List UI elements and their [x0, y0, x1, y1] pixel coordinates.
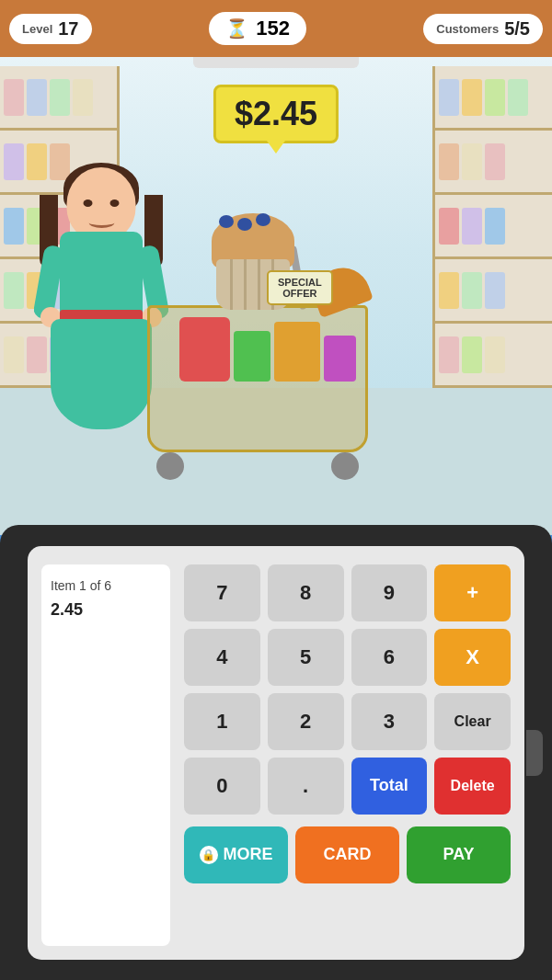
- cart-basket: [147, 305, 368, 452]
- card-button[interactable]: CARD: [295, 826, 399, 883]
- customers-badge: Customers 5/5: [423, 14, 543, 44]
- key-0[interactable]: 0: [184, 758, 260, 815]
- key-total[interactable]: Total: [351, 758, 428, 815]
- register-panel: Item 1 of 6 2.45 7 8 9 + 4 5 6 X: [0, 525, 552, 980]
- char-eye-left: [84, 199, 93, 207]
- register-device: Item 1 of 6 2.45 7 8 9 + 4 5 6 X: [28, 546, 524, 960]
- key-5[interactable]: 5: [268, 629, 344, 686]
- special-offer-sign: SPECIAL OFFER: [267, 270, 333, 305]
- muffin-berry: [256, 213, 270, 226]
- item-price-display: 2.45: [51, 600, 161, 620]
- timer-icon: ⏳: [225, 17, 248, 40]
- key-dot[interactable]: .: [268, 758, 344, 815]
- shelf-row: [435, 66, 552, 131]
- shelf-row: [435, 195, 552, 259]
- char-smile: [88, 217, 114, 228]
- shelf-item: [4, 208, 24, 245]
- pay-label: PAY: [443, 845, 474, 864]
- more-label: MORE: [224, 845, 273, 864]
- shelf-row: [435, 259, 552, 324]
- shelf-row: [435, 324, 552, 388]
- key-4[interactable]: 4: [184, 629, 260, 686]
- shelf-row: [0, 66, 117, 131]
- lock-icon: 🔒: [200, 846, 218, 864]
- shelf-item: [439, 272, 459, 309]
- shelf-item: [27, 79, 47, 116]
- cart-item: [234, 331, 270, 382]
- pay-button[interactable]: PAY: [407, 826, 511, 883]
- shelf-item: [439, 208, 459, 245]
- shelf-item: [439, 79, 459, 116]
- keypad-row-2: 4 5 6 X: [184, 629, 511, 686]
- side-button[interactable]: [526, 730, 543, 776]
- receipt-area: Item 1 of 6 2.45: [41, 564, 170, 946]
- level-badge: Level 17: [9, 14, 92, 44]
- cart-item: [274, 322, 320, 382]
- key-7[interactable]: 7: [184, 564, 260, 621]
- shelf-item: [485, 208, 505, 245]
- shelf-item: [462, 272, 482, 309]
- key-clear[interactable]: Clear: [434, 693, 511, 750]
- price-tag: $2.45: [213, 85, 339, 143]
- shelf-item: [462, 143, 482, 180]
- shelf-item: [462, 208, 482, 245]
- customers-label: Customers: [436, 22, 499, 36]
- muffin-stripe: [258, 259, 260, 310]
- shelf-item: [485, 79, 505, 116]
- level-label: Level: [22, 22, 52, 36]
- shelf-item: [462, 79, 482, 116]
- card-label: CARD: [324, 845, 372, 864]
- char-head: [67, 167, 136, 241]
- shelf-item: [50, 79, 70, 116]
- shelf-item: [508, 79, 528, 116]
- cart-item: [179, 317, 230, 382]
- game-scene: $2.45: [0, 57, 552, 535]
- keypad-row-4: 0 . Total Delete: [184, 758, 511, 815]
- keypad: 7 8 9 + 4 5 6 X 1 2 3 Clear: [184, 564, 511, 946]
- key-2[interactable]: 2: [268, 693, 344, 750]
- item-info: Item 1 of 6: [51, 578, 161, 593]
- action-row: 🔒 MORE CARD PAY: [184, 826, 511, 883]
- key-6[interactable]: 6: [351, 629, 428, 686]
- shelf-item: [4, 336, 24, 373]
- more-button[interactable]: 🔒 MORE: [184, 826, 288, 883]
- shelf-item: [4, 79, 24, 116]
- key-3[interactable]: 3: [351, 693, 428, 750]
- level-value: 17: [58, 18, 78, 40]
- cart-item: [324, 336, 356, 382]
- price-display: $2.45: [235, 95, 317, 132]
- shelf-item: [485, 143, 505, 180]
- key-delete[interactable]: Delete: [434, 758, 511, 815]
- shelves-right: [432, 66, 552, 434]
- muffin-stripe: [244, 259, 247, 310]
- char-eye-right: [110, 199, 120, 207]
- shelf-item: [73, 79, 93, 116]
- top-bar: Level 17 ⏳ 152 Customers 5/5: [0, 0, 552, 57]
- key-1[interactable]: 1: [184, 693, 260, 750]
- special-offer-text2: OFFER: [282, 288, 316, 299]
- key-8[interactable]: 8: [268, 564, 344, 621]
- key-plus[interactable]: +: [434, 564, 511, 621]
- muffin-stripe: [230, 259, 233, 310]
- ceiling-light: [193, 57, 359, 68]
- register-content: Item 1 of 6 2.45 7 8 9 + 4 5 6 X: [28, 546, 524, 960]
- cart-wheel-left: [156, 452, 184, 480]
- shelf-item: [485, 272, 505, 309]
- keypad-row-1: 7 8 9 +: [184, 564, 511, 621]
- shelf-item: [462, 336, 482, 373]
- keypad-row-3: 1 2 3 Clear: [184, 693, 511, 750]
- customers-value: 5/5: [504, 18, 530, 40]
- shelf-item: [4, 143, 24, 180]
- timer-value: 152: [256, 17, 290, 40]
- shelf-item: [439, 143, 459, 180]
- special-offer-text: SPECIAL: [278, 277, 322, 288]
- shelf-item: [4, 272, 24, 309]
- shopping-cart: [129, 287, 386, 507]
- shelf-item: [485, 336, 505, 373]
- key-multiply[interactable]: X: [434, 629, 511, 686]
- key-9[interactable]: 9: [351, 564, 428, 621]
- cart-wheel-right: [331, 452, 359, 480]
- shelf-row: [435, 131, 552, 195]
- shelf-item: [439, 336, 459, 373]
- timer-badge: ⏳ 152: [209, 12, 306, 45]
